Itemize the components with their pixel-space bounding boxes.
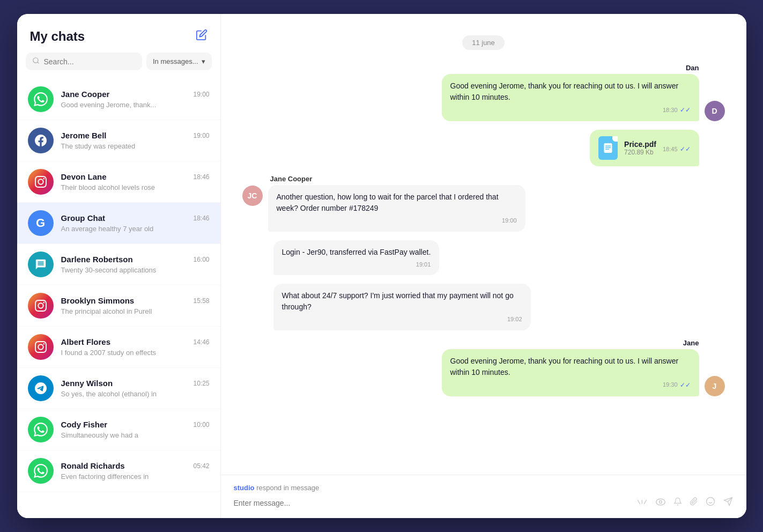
message-bubble: What about 24/7 support? I'm just worrie… (273, 284, 531, 330)
chat-time: 10:25 (193, 380, 209, 387)
chat-item[interactable]: Jane Cooper 19:00 Good evening Jerome, t… (17, 79, 220, 120)
chat-info: Cody Fisher 10:00 Simultaneously we had … (61, 420, 210, 439)
chat-preview: Twenty 30-second applications (61, 266, 210, 274)
emoji-icon[interactable] (706, 497, 715, 509)
chat-name-row: Ronald Richards 05:42 (61, 461, 210, 470)
message-row: Login - Jer90, transferred via FastPay w… (242, 240, 725, 276)
input-area: studio respond in message (221, 475, 746, 518)
file-bubble: Price.pdf 720.89 Kb 18:45 ✓✓ (590, 130, 699, 166)
chat-info: Darlene Robertson 16:00 Twenty 30-second… (61, 255, 210, 274)
chat-item[interactable]: Cody Fisher 10:00 Simultaneously we had … (17, 409, 220, 450)
svg-point-10 (659, 501, 662, 504)
chat-preview: So yes, the alcohol (ethanol) in (61, 390, 210, 398)
input-icons (637, 496, 734, 509)
file-name: Price.pdf (624, 140, 656, 149)
chat-info: Ronald Richards 05:42 Even factoring dif… (61, 461, 210, 481)
msg-time: 18:45 (663, 146, 678, 152)
chat-name: Ronald Richards (61, 461, 125, 470)
avatar: G (28, 210, 54, 236)
chat-time: 14:46 (193, 338, 209, 346)
svg-point-0 (33, 58, 38, 63)
chat-preview: An average healthy 7 year old (61, 225, 210, 233)
bell-icon[interactable] (673, 497, 682, 509)
paperclip-icon[interactable] (690, 496, 698, 509)
dropdown-icon: ▾ (202, 57, 205, 65)
chat-item[interactable]: G Group Chat 18:46 An average healthy 7 … (17, 203, 220, 244)
chat-preview: The study was repeated (61, 142, 210, 150)
chat-info: Group Chat 18:46 An average healthy 7 ye… (61, 213, 210, 233)
file-size: 720.89 Kb (624, 149, 656, 156)
chat-name: Jenny Wilson (61, 379, 113, 388)
svg-rect-3 (605, 146, 611, 147)
svg-rect-4 (605, 147, 611, 149)
msg-ticks: ✓✓ (680, 105, 691, 115)
avatar: D (705, 101, 725, 121)
chat-preview: Simultaneously we had a (61, 431, 210, 439)
chat-item[interactable]: Darlene Robertson 16:00 Twenty 30-second… (17, 244, 220, 285)
chat-name: Jane Cooper (61, 90, 110, 99)
send-icon[interactable] (723, 497, 734, 509)
respond-text: respond in message (256, 484, 319, 492)
chat-item[interactable]: Albert Flores 14:46 I found a 2007 study… (17, 327, 220, 368)
search-input[interactable] (44, 57, 136, 66)
chat-list: Jane Cooper 19:00 Good evening Jerome, t… (17, 79, 220, 518)
chat-preview: Good evening Jerome, thank... (61, 101, 210, 109)
chat-preview: Even factoring differences in (61, 472, 210, 481)
chat-name-row: Brooklyn Simmons 15:58 (61, 296, 210, 305)
chat-name-row: Devon Lane 18:46 (61, 172, 210, 181)
message-input[interactable] (234, 497, 629, 509)
msg-time: 19:01 (416, 260, 431, 269)
msg-time: 19:30 (663, 380, 678, 389)
chat-time: 19:00 (193, 132, 209, 139)
avatar (28, 86, 54, 112)
msg-meta: 19:01 (282, 260, 431, 269)
msg-ticks: ✓✓ (680, 380, 691, 390)
new-chat-icon[interactable] (196, 29, 208, 44)
avatar: J (705, 376, 725, 396)
msg-meta: 18:45 ✓✓ (663, 145, 691, 153)
eye-icon[interactable] (655, 497, 666, 508)
chat-item[interactable]: Brooklyn Simmons 15:58 The principal alc… (17, 285, 220, 327)
chat-preview: The principal alcohol in Purell (61, 307, 210, 315)
msg-time: 19:00 (502, 216, 517, 225)
chat-info: Jerome Bell 19:00 The study was repeated (61, 131, 210, 150)
chat-name-row: Darlene Robertson 16:00 (61, 255, 210, 264)
chat-name-row: Group Chat 18:46 (61, 213, 210, 223)
chat-preview: Their blood alcohol levels rose (61, 183, 210, 191)
search-bar: In messages... ▾ (17, 53, 220, 79)
avatar (28, 458, 54, 484)
studio-label: studio (234, 484, 255, 492)
msg-meta: 19:30 ✓✓ (450, 380, 691, 390)
message-row: Jane Good evening Jerome, thank you for … (242, 339, 725, 396)
chat-name-row: Jenny Wilson 10:25 (61, 379, 210, 388)
chat-item[interactable]: Devon Lane 18:46 Their blood alcohol lev… (17, 161, 220, 203)
file-info: Price.pdf 720.89 Kb (624, 140, 656, 156)
message-bubble: Another question, how long to wait for t… (268, 185, 525, 232)
sender-label: Dan (686, 64, 699, 72)
chat-name-row: Jerome Bell 19:00 (61, 131, 210, 140)
sidebar-title: My chats (30, 29, 85, 44)
file-meta: 18:45 ✓✓ (663, 143, 691, 153)
date-badge: 11 june (462, 35, 505, 50)
message-row: Dan Good evening Jerome, thank you for r… (242, 64, 725, 121)
input-row (234, 496, 734, 509)
chat-time: 15:58 (193, 297, 209, 305)
messages-area: 11 june Dan Good evening Jerome, thank y… (221, 14, 746, 475)
chat-item[interactable]: Jerome Bell 19:00 The study was repeated (17, 120, 220, 161)
dots-icon[interactable] (637, 497, 648, 508)
avatar (28, 252, 54, 277)
chat-item[interactable]: Ronald Richards 05:42 Even factoring dif… (17, 450, 220, 492)
chat-name: Cody Fisher (61, 420, 108, 429)
search-icon (32, 57, 40, 66)
svg-point-11 (706, 498, 714, 506)
search-input-wrap (26, 53, 142, 70)
chat-info: Albert Flores 14:46 I found a 2007 study… (61, 337, 210, 357)
chat-item[interactable]: Jenny Wilson 10:25 So yes, the alcohol (… (17, 368, 220, 409)
svg-line-6 (638, 500, 640, 504)
filter-button[interactable]: In messages... ▾ (146, 53, 212, 70)
msg-meta: 19:00 (277, 216, 517, 225)
chat-name: Brooklyn Simmons (61, 296, 135, 305)
chat-preview: I found a 2007 study on effects (61, 349, 210, 357)
filter-label: In messages... (153, 57, 198, 65)
svg-rect-5 (605, 149, 610, 150)
